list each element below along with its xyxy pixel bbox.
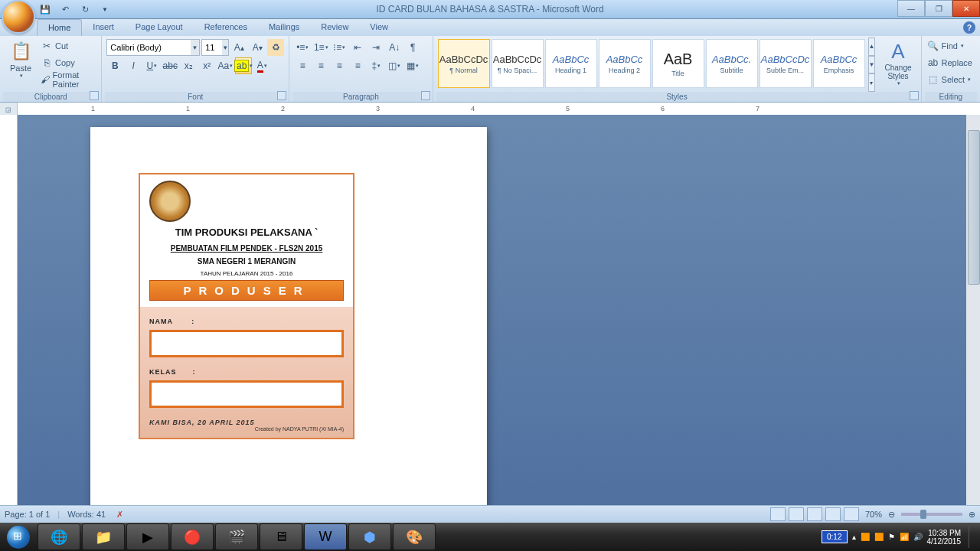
chevron-down-icon[interactable]: ▼	[222, 40, 228, 55]
paste-button[interactable]: 📋 Paste▾	[3, 37, 38, 92]
change-case-button[interactable]: Aa▾	[217, 57, 234, 74]
style-item[interactable]: AaBTitle	[652, 39, 704, 88]
tray-clock[interactable]: 10:38 PM4/12/2015	[927, 529, 962, 546]
close-button[interactable]: ✕	[952, 0, 980, 17]
status-words[interactable]: Words: 41	[67, 510, 106, 519]
style-item[interactable]: AaBbCc.Subtitle	[706, 39, 758, 88]
style-item[interactable]: AaBbCcHeading 1	[545, 39, 597, 88]
zoom-in-button[interactable]: ⊕	[969, 510, 975, 520]
qat-undo-icon[interactable]: ↶	[58, 2, 72, 16]
find-button[interactable]: 🔍Find▾	[925, 37, 977, 54]
copy-button[interactable]: ⎘Copy	[38, 54, 98, 71]
tray-volume-icon[interactable]: 🔊	[913, 533, 923, 541]
numbering-button[interactable]: 1≡▾	[312, 39, 329, 56]
tab-insert[interactable]: Insert	[82, 19, 125, 36]
clear-format-button[interactable]: ♻	[267, 39, 284, 56]
tab-mailings[interactable]: Mailings	[258, 19, 310, 36]
line-spacing-button[interactable]: ‡▾	[368, 57, 384, 74]
style-item[interactable]: AaBbCcDcSubtle Em...	[760, 39, 812, 88]
italic-button[interactable]: I	[125, 57, 142, 74]
taskbar-app1[interactable]: 🎬	[215, 523, 258, 550]
strike-button[interactable]: abc	[162, 57, 178, 74]
clipboard-launcher[interactable]	[90, 91, 99, 100]
gallery-up-button[interactable]: ▲	[868, 37, 876, 56]
gallery-down-button[interactable]: ▼	[868, 56, 876, 74]
taskbar-app2[interactable]: 🖥	[260, 523, 302, 550]
sort-button[interactable]: A↓	[386, 39, 403, 56]
scroll-thumb[interactable]	[968, 130, 980, 285]
gallery-more-button[interactable]: ▾	[868, 73, 876, 92]
replace-button[interactable]: abReplace	[925, 54, 977, 71]
style-item[interactable]: AaBbCcDc¶ No Spaci...	[492, 39, 544, 88]
format-painter-button[interactable]: 🖌Format Painter	[38, 71, 98, 88]
qat-save-icon[interactable]: 💾	[38, 2, 52, 16]
tray-network-icon[interactable]: 📶	[900, 533, 909, 541]
style-item[interactable]: AaBbCcHeading 2	[599, 39, 651, 88]
show-marks-button[interactable]: ¶	[404, 39, 421, 56]
change-styles-button[interactable]: A Change Styles▾	[878, 37, 917, 92]
tray-chevron-icon[interactable]: ▴	[852, 533, 856, 541]
grow-font-button[interactable]: A▴	[230, 39, 247, 56]
start-button[interactable]	[0, 523, 37, 551]
multilevel-button[interactable]: ⁝≡▾	[331, 39, 348, 56]
zoom-level[interactable]: 70%	[865, 510, 882, 519]
font-color-button[interactable]: A▾	[253, 57, 270, 74]
superscript-button[interactable]: x²	[198, 57, 215, 74]
align-right-button[interactable]: ≡	[331, 57, 348, 74]
align-center-button[interactable]: ≡	[312, 57, 329, 74]
chevron-down-icon[interactable]: ▼	[191, 40, 200, 55]
paragraph-launcher[interactable]	[421, 91, 430, 100]
taskbar-app3[interactable]: ⬢	[348, 523, 391, 550]
document-page[interactable]: TIM PRODUKSI PELAKSANA ` PEMBUATAN FILM …	[90, 127, 487, 506]
select-button[interactable]: ⬚Select▾	[925, 71, 977, 88]
vertical-ruler[interactable]	[0, 115, 18, 506]
view-outline-button[interactable]	[825, 507, 841, 521]
increase-indent-button[interactable]: ⇥	[368, 39, 384, 56]
style-item[interactable]: AaBbCcDc¶ Normal	[438, 39, 490, 88]
help-button[interactable]: ?	[963, 21, 975, 34]
tab-home[interactable]: Home	[37, 19, 82, 36]
tab-review[interactable]: Review	[310, 19, 359, 36]
align-left-button[interactable]: ≡	[294, 57, 311, 74]
font-size-combo[interactable]: ▼	[201, 39, 229, 56]
underline-button[interactable]: U▾	[143, 57, 160, 74]
tray-icon[interactable]: 🟧	[861, 533, 870, 541]
tab-page-layout[interactable]: Page Layout	[125, 19, 194, 36]
justify-button[interactable]: ≡	[349, 57, 366, 74]
taskbar-chrome[interactable]: 🔴	[171, 523, 214, 550]
font-family-combo[interactable]: ▼	[106, 39, 200, 56]
taskbar-ie[interactable]: 🌐	[38, 523, 80, 550]
subscript-button[interactable]: x₂	[180, 57, 197, 74]
tray-flag-icon[interactable]: ⚑	[888, 533, 895, 541]
font-launcher[interactable]	[277, 91, 286, 100]
proofing-icon[interactable]: ✗	[116, 510, 123, 520]
taskbar-explorer[interactable]: 📁	[82, 523, 125, 550]
taskbar-picasa[interactable]: 🎨	[393, 523, 436, 550]
vertical-scrollbar[interactable]	[966, 115, 980, 506]
show-desktop-button[interactable]	[969, 527, 975, 548]
taskbar-media[interactable]: ▶	[126, 523, 169, 550]
maximize-button[interactable]: ❐	[925, 0, 952, 17]
qat-redo-icon[interactable]: ↻	[78, 2, 92, 16]
cut-button[interactable]: ✂Cut	[38, 37, 98, 54]
tab-view[interactable]: View	[359, 19, 399, 36]
view-web-button[interactable]	[807, 507, 822, 521]
bold-button[interactable]: B	[106, 57, 123, 74]
view-fullscreen-button[interactable]	[789, 507, 804, 521]
decrease-indent-button[interactable]: ⇤	[349, 39, 366, 56]
tray-badge[interactable]: 0:12	[822, 530, 847, 543]
zoom-out-button[interactable]: ⊖	[888, 510, 895, 520]
view-print-button[interactable]	[770, 507, 786, 521]
minimize-button[interactable]: —	[897, 0, 925, 17]
bullets-button[interactable]: •≡▾	[294, 39, 311, 56]
style-item[interactable]: AaBbCcEmphasis	[813, 39, 865, 88]
tab-references[interactable]: References	[194, 19, 258, 36]
office-button[interactable]	[2, 0, 35, 34]
highlight-button[interactable]: ab▾	[235, 57, 252, 74]
status-page[interactable]: Page: 1 of 1	[5, 510, 50, 519]
view-draft-button[interactable]	[844, 507, 859, 521]
styles-launcher[interactable]	[910, 91, 919, 100]
borders-button[interactable]: ▦▾	[404, 57, 421, 74]
zoom-slider[interactable]	[901, 513, 962, 516]
shading-button[interactable]: ◫▾	[386, 57, 403, 74]
